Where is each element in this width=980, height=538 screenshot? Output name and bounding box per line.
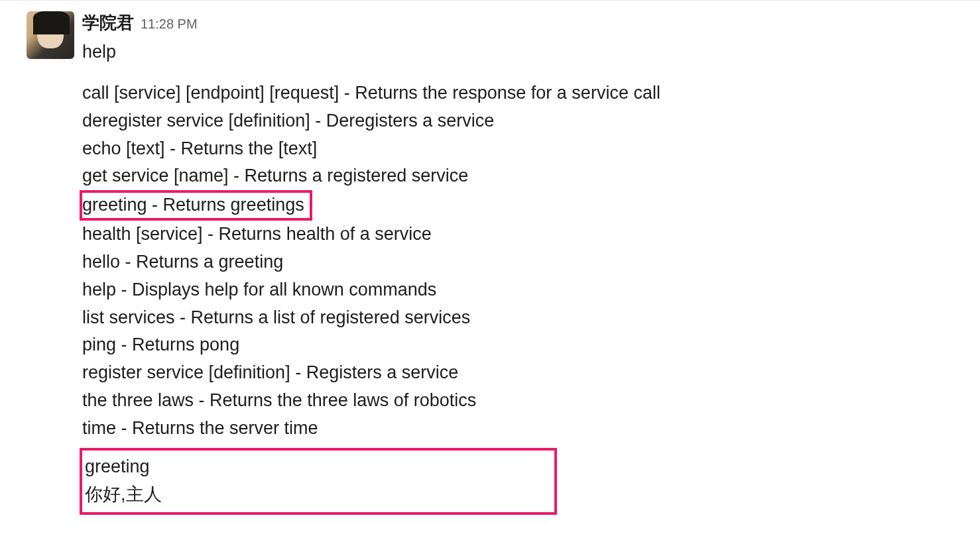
avatar[interactable] xyxy=(27,11,74,59)
username[interactable]: 学院君 xyxy=(82,11,134,34)
message-content: 学院君 11:28 PM help call [service] [endpoi… xyxy=(82,11,953,515)
help-line: ping - Returns pong xyxy=(82,331,953,359)
help-line: health [service] - Returns health of a s… xyxy=(82,221,953,248)
help-line: register service [definition] - Register… xyxy=(82,359,953,387)
help-line: help - Displays help for all known comma… xyxy=(82,276,953,304)
timestamp: 11:28 PM xyxy=(141,17,198,32)
highlighted-response-box: greeting 你好,主人 xyxy=(80,448,557,515)
help-line: list services - Returns a list of regist… xyxy=(82,304,953,332)
highlighted-help-line: greeting - Returns greetings xyxy=(80,190,312,221)
greeting-command: greeting xyxy=(85,453,549,481)
greeting-response: 你好,主人 xyxy=(85,481,549,509)
help-line: greeting - Returns greetings xyxy=(82,193,304,218)
chat-message: 学院君 11:28 PM help call [service] [endpoi… xyxy=(0,11,980,515)
help-line: hello - Returns a greeting xyxy=(82,248,953,276)
message-container: 学院君 11:28 PM help call [service] [endpoi… xyxy=(0,0,980,515)
command-input: help xyxy=(82,38,953,66)
help-line: deregister service [definition] - Deregi… xyxy=(82,107,953,135)
help-line: the three laws - Returns the three laws … xyxy=(82,387,953,415)
help-line: echo [text] - Returns the [text] xyxy=(82,135,953,163)
message-body: help call [service] [endpoint] [request]… xyxy=(82,38,953,515)
help-line: call [service] [endpoint] [request] - Re… xyxy=(82,80,953,107)
help-line: get service [name] - Returns a registere… xyxy=(82,162,953,190)
message-header: 学院君 11:28 PM xyxy=(82,11,953,34)
help-line: time - Returns the server time xyxy=(82,415,953,443)
